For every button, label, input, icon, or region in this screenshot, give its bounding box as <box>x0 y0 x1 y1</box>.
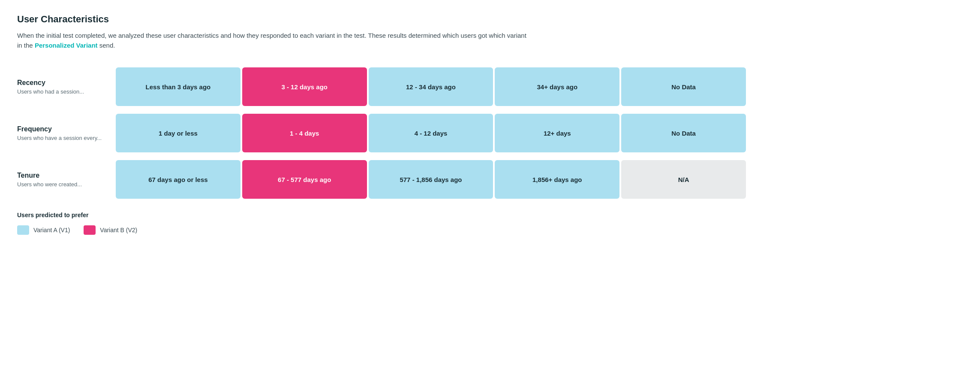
cell-recency-3: 12 - 34 days ago <box>369 67 493 106</box>
legend-items: Variant A (V1)Variant B (V2) <box>17 225 963 235</box>
legend-label-variant-b: Variant B (V2) <box>100 227 137 233</box>
cell-frequency-2: 1 - 4 days <box>242 114 367 152</box>
row-label-title-tenure: Tenure <box>17 172 107 179</box>
legend-label-variant-a: Variant A (V1) <box>33 227 70 233</box>
description: When the initial test completed, we anal… <box>17 31 532 50</box>
row-label-tenure: TenureUsers who were created... <box>17 160 116 199</box>
cell-recency-4: 34+ days ago <box>495 67 619 106</box>
legend-item-variant-a: Variant A (V1) <box>17 225 70 235</box>
row-frequency: FrequencyUsers who have a session every.… <box>17 114 746 152</box>
row-recency: RecencyUsers who had a session...Less th… <box>17 67 746 106</box>
cell-recency-1: Less than 3 days ago <box>116 67 240 106</box>
personalized-variant-link[interactable]: Personalized Variant <box>35 42 98 49</box>
cell-tenure-3: 577 - 1,856 days ago <box>369 160 493 199</box>
row-label-subtitle-frequency: Users who have a session every... <box>17 135 107 141</box>
cell-recency-5: No Data <box>621 67 746 106</box>
legend-swatch-variant-b <box>84 225 96 235</box>
cell-tenure-4: 1,856+ days ago <box>495 160 619 199</box>
row-label-subtitle-recency: Users who had a session... <box>17 88 107 95</box>
legend-item-variant-b: Variant B (V2) <box>84 225 137 235</box>
row-label-frequency: FrequencyUsers who have a session every.… <box>17 114 116 152</box>
cells-tenure: 67 days ago or less67 - 577 days ago577 … <box>116 160 746 199</box>
cell-tenure-2: 67 - 577 days ago <box>242 160 367 199</box>
characteristics-table: RecencyUsers who had a session...Less th… <box>17 67 746 199</box>
cell-frequency-4: 12+ days <box>495 114 619 152</box>
row-label-subtitle-tenure: Users who were created... <box>17 181 107 188</box>
row-label-recency: RecencyUsers who had a session... <box>17 67 116 106</box>
page-title: User Characteristics <box>17 14 963 25</box>
legend: Users predicted to prefer Variant A (V1)… <box>17 212 963 235</box>
row-label-title-recency: Recency <box>17 79 107 87</box>
cell-frequency-5: No Data <box>621 114 746 152</box>
cell-frequency-1: 1 day or less <box>116 114 240 152</box>
cell-frequency-3: 4 - 12 days <box>369 114 493 152</box>
cells-recency: Less than 3 days ago3 - 12 days ago12 - … <box>116 67 746 106</box>
row-label-title-frequency: Frequency <box>17 125 107 133</box>
cell-tenure-5: N/A <box>621 160 746 199</box>
cell-recency-2: 3 - 12 days ago <box>242 67 367 106</box>
row-tenure: TenureUsers who were created...67 days a… <box>17 160 746 199</box>
cell-tenure-1: 67 days ago or less <box>116 160 240 199</box>
description-text-2: send. <box>98 42 115 49</box>
legend-title: Users predicted to prefer <box>17 212 963 218</box>
legend-swatch-variant-a <box>17 225 29 235</box>
cells-frequency: 1 day or less1 - 4 days4 - 12 days12+ da… <box>116 114 746 152</box>
